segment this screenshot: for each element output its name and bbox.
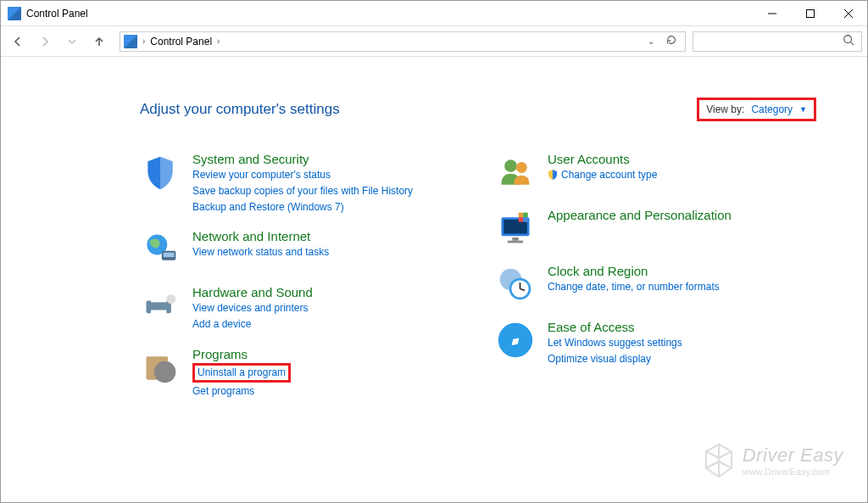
svg-rect-25	[523, 217, 528, 222]
category-title[interactable]: Clock and Region	[548, 264, 720, 278]
category-title[interactable]: System and Security	[192, 152, 413, 166]
category-user-accounts: User Accounts Change account type	[495, 152, 816, 193]
address-bar[interactable]: › Control Panel › ⌄	[120, 31, 686, 52]
svg-rect-20	[512, 238, 518, 241]
category-link[interactable]: Add a device	[192, 317, 313, 332]
svg-rect-21	[508, 241, 523, 243]
address-icon	[124, 35, 137, 48]
svg-point-15	[163, 370, 168, 375]
category-clock-region: Clock and Region Change date, time, or n…	[495, 264, 816, 305]
page-heading: Adjust your computer's settings	[140, 101, 340, 118]
category-title[interactable]: Programs	[192, 347, 291, 361]
category-title[interactable]: User Accounts	[548, 152, 657, 166]
maximize-button[interactable]	[791, 1, 829, 26]
svg-point-12	[166, 295, 175, 305]
watermark-brand: Driver Easy	[743, 444, 843, 467]
category-link[interactable]: View network status and tasks	[192, 245, 329, 260]
uninstall-program-link[interactable]: Uninstall a program	[192, 363, 291, 383]
back-button[interactable]	[6, 30, 30, 53]
globe-icon	[140, 229, 181, 270]
recent-dropdown[interactable]	[60, 30, 84, 53]
breadcrumb-sep: ›	[142, 36, 145, 46]
category-title[interactable]: Hardware and Sound	[192, 285, 313, 299]
category-network-internet: Network and Internet View network status…	[140, 229, 461, 270]
breadcrumb-sep: ›	[217, 36, 220, 46]
category-link[interactable]: Get programs	[192, 384, 291, 399]
users-icon	[495, 152, 536, 193]
category-link[interactable]: View devices and printers	[192, 301, 313, 316]
search-input[interactable]	[698, 36, 843, 48]
category-title[interactable]: Ease of Access	[548, 320, 682, 334]
navbar: › Control Panel › ⌄	[1, 26, 867, 57]
svg-rect-22	[519, 213, 524, 217]
svg-line-5	[851, 42, 854, 45]
svg-rect-11	[151, 310, 166, 320]
view-by-selector[interactable]: View by: Category ▼	[697, 98, 816, 121]
search-icon[interactable]	[843, 34, 856, 49]
view-by-label: View by:	[706, 103, 744, 115]
control-panel-icon	[8, 7, 21, 20]
svg-rect-1	[806, 9, 814, 17]
refresh-button[interactable]	[661, 34, 682, 49]
chevron-down-icon: ▼	[799, 105, 807, 114]
category-link[interactable]: Save backup copies of your files with Fi…	[192, 184, 413, 198]
address-dropdown-icon[interactable]: ⌄	[644, 36, 658, 46]
shield-icon	[140, 152, 181, 193]
breadcrumb-root[interactable]: Control Panel	[150, 36, 212, 48]
category-link[interactable]: Backup and Restore (Windows 7)	[192, 200, 413, 215]
svg-rect-23	[523, 213, 528, 217]
category-ease-of-access: Ease of Access Let Windows suggest setti…	[495, 320, 816, 366]
svg-rect-10	[151, 295, 166, 303]
category-column-right: User Accounts Change account type Appear…	[495, 152, 816, 399]
category-title[interactable]: Network and Internet	[192, 229, 329, 243]
disc-icon	[140, 347, 181, 388]
close-button[interactable]	[829, 1, 867, 26]
category-link[interactable]: Optimize visual display	[548, 352, 682, 366]
watermark: Driver Easy www.DriverEasy.com	[704, 443, 843, 478]
minimize-button[interactable]	[753, 1, 791, 26]
view-by-value: Category	[751, 103, 793, 115]
svg-point-16	[504, 159, 517, 172]
svg-rect-24	[519, 217, 524, 222]
window-title: Control Panel	[26, 8, 88, 20]
category-hardware-sound: Hardware and Sound View devices and prin…	[140, 285, 461, 332]
category-programs: Programs Uninstall a program Get program…	[140, 347, 461, 399]
monitor-icon	[495, 208, 536, 249]
content: Adjust your computer's settings View by:…	[1, 57, 867, 399]
category-title[interactable]: Appearance and Personalization	[548, 208, 732, 222]
category-appearance-personalization: Appearance and Personalization	[495, 208, 816, 249]
watermark-logo-icon	[704, 443, 734, 478]
category-system-security: System and Security Review your computer…	[140, 152, 461, 214]
category-link[interactable]: Change date, time, or number formats	[548, 280, 720, 294]
category-link[interactable]: Review your computer's status	[192, 168, 413, 182]
clock-icon	[495, 264, 536, 305]
forward-button[interactable]	[33, 30, 57, 53]
svg-point-17	[516, 162, 527, 173]
printer-icon	[140, 285, 181, 326]
ease-of-access-icon	[495, 320, 536, 360]
category-link[interactable]: Let Windows suggest settings	[548, 336, 682, 350]
category-column-left: System and Security Review your computer…	[140, 152, 461, 399]
search-box[interactable]	[693, 31, 862, 52]
watermark-url: www.DriverEasy.com	[743, 467, 843, 477]
up-button[interactable]	[87, 30, 111, 53]
uac-shield-icon	[548, 170, 558, 180]
titlebar: Control Panel	[1, 1, 867, 26]
svg-point-4	[844, 35, 852, 42]
category-link[interactable]: Change account type	[561, 168, 657, 182]
svg-rect-8	[164, 253, 175, 258]
